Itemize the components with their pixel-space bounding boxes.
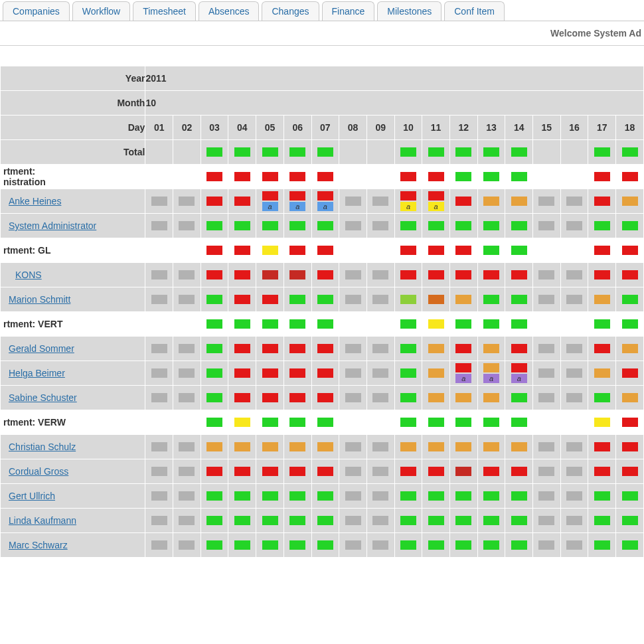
person-link[interactable]: Helga Beimer [9, 368, 65, 378]
calendar-cell[interactable]: a [505, 361, 533, 386]
calendar-cell[interactable] [533, 386, 561, 410]
calendar-cell[interactable] [256, 287, 284, 312]
person-link[interactable]: System Administrator [9, 220, 96, 231]
calendar-cell[interactable] [228, 337, 256, 361]
calendar-cell[interactable] [366, 263, 394, 287]
calendar-cell[interactable] [422, 214, 450, 238]
calendar-cell[interactable] [145, 435, 173, 459]
calendar-cell[interactable] [201, 337, 228, 361]
calendar-cell[interactable] [560, 484, 588, 509]
calendar-cell[interactable] [173, 459, 201, 484]
calendar-cell[interactable] [588, 214, 616, 238]
calendar-cell[interactable]: a [311, 189, 339, 214]
calendar-cell[interactable] [201, 509, 228, 533]
calendar-cell[interactable] [477, 509, 505, 533]
calendar-cell[interactable] [560, 337, 588, 361]
calendar-cell[interactable] [394, 337, 422, 361]
calendar-cell[interactable] [394, 214, 422, 238]
calendar-cell[interactable] [311, 386, 339, 410]
calendar-cell[interactable] [173, 435, 201, 459]
calendar-cell[interactable] [560, 435, 588, 459]
calendar-cell[interactable] [588, 189, 616, 214]
calendar-cell[interactable] [173, 287, 201, 312]
calendar-cell[interactable] [283, 386, 311, 410]
tab-workflow[interactable]: Workflow [72, 1, 130, 21]
calendar-cell[interactable] [449, 337, 477, 361]
calendar-cell[interactable] [477, 435, 505, 459]
calendar-cell[interactable] [588, 361, 616, 386]
calendar-cell[interactable] [560, 287, 588, 312]
person-link[interactable]: Linda Kaufmann [9, 515, 76, 526]
calendar-cell[interactable] [533, 435, 561, 459]
tab-conf-item[interactable]: Conf Item [444, 1, 505, 21]
calendar-cell[interactable] [616, 361, 644, 386]
calendar-cell[interactable] [449, 386, 477, 410]
calendar-cell[interactable] [394, 263, 422, 287]
calendar-cell[interactable] [449, 509, 477, 533]
calendar-cell[interactable] [422, 337, 450, 361]
calendar-cell[interactable] [588, 435, 616, 459]
calendar-cell[interactable] [422, 435, 450, 459]
calendar-cell[interactable] [560, 214, 588, 238]
calendar-cell[interactable] [422, 287, 450, 312]
calendar-cell[interactable] [201, 533, 228, 558]
calendar-cell[interactable] [616, 189, 644, 214]
calendar-cell[interactable] [560, 361, 588, 386]
calendar-cell[interactable]: a [449, 361, 477, 386]
calendar-cell[interactable] [228, 287, 256, 312]
calendar-cell[interactable] [477, 189, 505, 214]
calendar-cell[interactable] [228, 435, 256, 459]
calendar-cell[interactable] [311, 361, 339, 386]
calendar-cell[interactable] [560, 509, 588, 533]
calendar-cell[interactable] [311, 214, 339, 238]
calendar-cell[interactable] [228, 263, 256, 287]
calendar-cell[interactable] [560, 189, 588, 214]
calendar-cell[interactable] [505, 214, 533, 238]
calendar-cell[interactable] [201, 435, 228, 459]
calendar-cell[interactable] [394, 533, 422, 558]
calendar-cell[interactable] [477, 287, 505, 312]
calendar-cell[interactable] [256, 361, 284, 386]
calendar-cell[interactable] [588, 533, 616, 558]
calendar-cell[interactable] [533, 459, 561, 484]
calendar-cell[interactable] [588, 509, 616, 533]
calendar-cell[interactable] [394, 484, 422, 509]
person-link[interactable]: Anke Heines [9, 196, 61, 206]
person-link[interactable]: Cordual Gross [9, 466, 68, 477]
calendar-cell[interactable] [505, 435, 533, 459]
calendar-cell[interactable] [449, 533, 477, 558]
tab-changes[interactable]: Changes [262, 1, 319, 21]
person-link[interactable]: Marion Schmitt [9, 294, 70, 305]
calendar-cell[interactable] [256, 484, 284, 509]
calendar-cell[interactable] [201, 361, 228, 386]
calendar-cell[interactable] [145, 386, 173, 410]
calendar-cell[interactable] [505, 263, 533, 287]
calendar-cell[interactable] [311, 484, 339, 509]
calendar-cell[interactable] [394, 509, 422, 533]
calendar-cell[interactable] [560, 386, 588, 410]
calendar-cell[interactable] [228, 189, 256, 214]
tab-absences[interactable]: Absences [199, 1, 259, 21]
calendar-cell[interactable] [256, 214, 284, 238]
calendar-cell[interactable] [256, 263, 284, 287]
calendar-cell[interactable] [588, 459, 616, 484]
calendar-cell[interactable] [283, 533, 311, 558]
calendar-cell[interactable] [366, 287, 394, 312]
calendar-cell[interactable] [366, 337, 394, 361]
calendar-cell[interactable] [173, 337, 201, 361]
calendar-cell[interactable] [533, 533, 561, 558]
calendar-cell[interactable] [283, 435, 311, 459]
calendar-cell[interactable] [173, 386, 201, 410]
calendar-cell[interactable] [533, 509, 561, 533]
calendar-cell[interactable] [394, 287, 422, 312]
calendar-cell[interactable] [339, 386, 367, 410]
calendar-cell[interactable] [394, 386, 422, 410]
calendar-cell[interactable] [201, 189, 228, 214]
calendar-cell[interactable] [283, 509, 311, 533]
calendar-cell[interactable] [339, 263, 367, 287]
calendar-cell[interactable] [449, 435, 477, 459]
person-link[interactable]: KONS [15, 270, 42, 280]
calendar-cell[interactable] [533, 484, 561, 509]
calendar-cell[interactable] [145, 287, 173, 312]
calendar-cell[interactable] [533, 361, 561, 386]
